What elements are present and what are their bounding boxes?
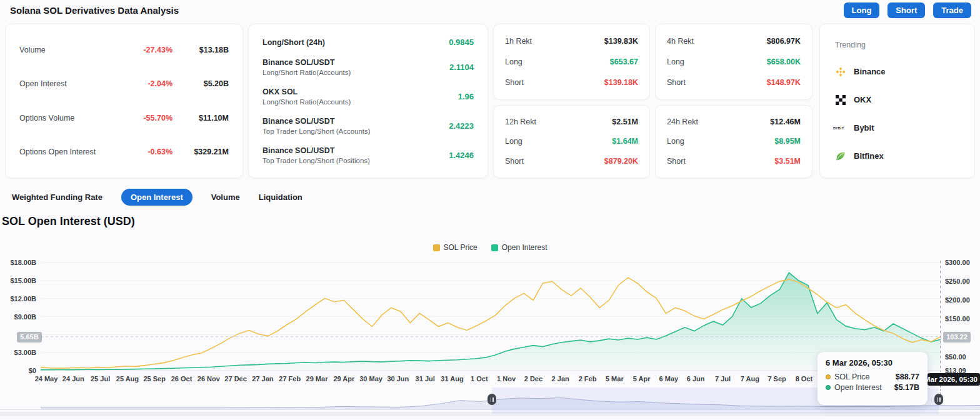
long-short-ratio-card: Long/Short (24h)0.9845Binance SOL/USDTLo… — [248, 24, 488, 178]
ratio-subtitle: Top Trader Long/Short (Accounts) — [262, 128, 449, 135]
trending-item-bitfinex[interactable]: Bitfinex — [835, 151, 959, 162]
ratio-titles: Long/Short (24h) — [262, 38, 449, 47]
rekt-short-value: $3.51M — [774, 157, 801, 166]
exchange-name: Binance — [854, 67, 886, 76]
ratio-titles: Binance SOL/USDTTop Trader Long/Short (P… — [262, 146, 449, 164]
stats-card: Volume-27.43%$13.18BOpen Interest-2.04%$… — [5, 24, 243, 178]
x-axis-tick: 6 May — [659, 375, 679, 382]
ratio-title: OKX SOL — [262, 88, 458, 96]
x-axis-tick: 25 Sep — [143, 375, 165, 382]
x-axis-tick: 1 Nov — [497, 375, 516, 382]
stat-label: Options Volume — [19, 114, 124, 122]
ratio-title: Long/Short (24h) — [262, 38, 449, 47]
legend-item-open-interest[interactable]: Open Interest — [491, 243, 548, 252]
sol-price-dot-icon — [826, 374, 831, 379]
x-axis-tick: 27 Jan — [252, 375, 273, 382]
tab-open-interest[interactable]: Open Interest — [121, 189, 192, 206]
tab-liquidation[interactable]: Liquidation — [259, 189, 302, 206]
rekt-title: 4h Rekt — [667, 37, 694, 46]
x-axis-tick: 7 Aug — [741, 375, 759, 382]
ratio-title: Binance SOL/USDT — [262, 117, 449, 126]
page-title: Solana SOL Derivatives Data Analysis — [10, 5, 179, 16]
chart-section-title: SOL Open Interest (USD) — [2, 215, 135, 228]
ratio-subtitle: Long/Short Ratio(Accounts) — [262, 69, 449, 76]
left-axis-tick: $15.00B — [0, 277, 36, 284]
rekt-title-row: 1h Rekt$139.83K — [505, 37, 638, 46]
ratio-value: 1.4246 — [449, 151, 474, 160]
rekt-title-row: 12h Rekt$2.51M — [505, 118, 638, 126]
tab-weighted-funding-rate[interactable]: Weighted Funding Rate — [12, 189, 102, 206]
rekt-title: 12h Rekt — [505, 118, 536, 126]
ratio-row: Binance SOL/USDTTop Trader Long/Short (P… — [262, 146, 474, 164]
stat-value: $329.21M — [172, 148, 229, 156]
stat-label: Volume — [19, 46, 124, 54]
short-button[interactable]: Short — [888, 2, 925, 18]
tab-volume[interactable]: Volume — [211, 189, 240, 206]
24h-rekt-card: 24h Rekt$12.46MLong$8.95MShort$3.51M — [655, 105, 812, 178]
x-axis-tick: 30 Jun — [387, 375, 409, 382]
ratio-titles: Binance SOL/USDTLong/Short Ratio(Account… — [262, 58, 449, 76]
rekt-long-label: Long — [667, 137, 684, 146]
trending-card: Trending BinanceOKXBYBITBybitBitfinex — [819, 24, 975, 178]
main-chart[interactable] — [41, 258, 941, 372]
navigator-selection[interactable] — [492, 388, 939, 414]
legend-label: Open Interest — [502, 243, 548, 252]
stat-label: Open Interest — [19, 79, 124, 88]
rekt-long-value: $8.95M — [774, 137, 801, 146]
rekt-long-row: Long$653.67 — [505, 58, 638, 66]
rekt-total: $12.46M — [770, 118, 801, 126]
x-axis-tick: 5 Apr — [633, 375, 651, 382]
trending-item-bybit[interactable]: BYBITBybit — [835, 122, 959, 134]
stat-value: $13.18B — [172, 46, 229, 54]
rekt-long-value: $658.00K — [767, 58, 801, 66]
legend-item-sol-price[interactable]: SOL Price — [433, 243, 478, 252]
tooltip-price-value: $88.77 — [896, 372, 919, 381]
x-axis-tick: 27 Dec — [224, 375, 246, 382]
left-axis-tick: $12.00B — [0, 295, 36, 302]
legend-swatch-icon — [491, 244, 498, 251]
long-button[interactable]: Long — [844, 2, 880, 18]
navigator-right-handle[interactable] — [934, 394, 943, 405]
rekt-short-label: Short — [667, 157, 686, 166]
stat-row: Volume-27.43%$13.18B — [19, 46, 229, 54]
rekt-long-label: Long — [667, 58, 684, 66]
ratio-row: Binance SOL/USDTTop Trader Long/Short (A… — [262, 117, 474, 135]
current-oi-badge: 5.65B — [17, 332, 42, 342]
x-axis-tick: 25 Jul — [91, 375, 110, 382]
navigator-left-handle[interactable] — [488, 394, 496, 405]
rekt-long-label: Long — [505, 137, 522, 146]
trending-title: Trending — [835, 41, 959, 49]
trending-item-binance[interactable]: Binance — [835, 66, 959, 78]
rekt-total: $139.83K — [604, 37, 638, 46]
ratio-subtitle: Top Trader Long/Short (Positions) — [262, 157, 449, 164]
stat-change: -0.63% — [124, 148, 172, 156]
rekt-short-row: Short$148.97K — [667, 78, 801, 87]
1h-rekt-card: 1h Rekt$139.83KLong$653.67Short$139.18K — [493, 24, 650, 100]
x-axis-tick: 30 May — [359, 375, 382, 382]
trending-item-okx[interactable]: OKX — [835, 94, 959, 106]
x-axis-tick: 5 Mar — [606, 375, 624, 382]
stat-value: $5.20B — [172, 79, 229, 88]
x-axis-tick: 7 Jul — [715, 375, 731, 382]
ratio-title: Binance SOL/USDT — [262, 146, 449, 155]
legend-swatch-icon — [433, 244, 440, 251]
ratio-value: 1.96 — [458, 92, 474, 101]
rekt-title: 24h Rekt — [667, 118, 698, 126]
left-axis-tick: $18.00B — [0, 259, 36, 266]
ratio-value: 2.1104 — [449, 62, 474, 72]
tooltip-price-label: SOL Price — [834, 372, 870, 381]
x-axis-tick: 29 Mar — [306, 375, 328, 382]
rekt-title: 1h Rekt — [505, 37, 532, 46]
ratio-row: OKX SOLLong/Short Ratio(Accounts)1.96 — [262, 88, 474, 106]
stat-change: -27.43% — [124, 46, 172, 54]
tooltip-row-price: SOL Price $88.77 — [826, 372, 919, 381]
trade-button[interactable]: Trade — [933, 2, 971, 18]
rekt-total: $2.51M — [612, 118, 638, 126]
ratio-value: 0.9845 — [449, 38, 474, 47]
stat-change: -55.70% — [124, 114, 172, 122]
rekt-short-row: Short$879.20K — [505, 157, 638, 166]
ratio-value: 2.4223 — [449, 121, 474, 131]
x-axis-tick: 1 Oct — [471, 375, 488, 382]
exchange-name: Bybit — [854, 123, 874, 132]
binance-icon — [835, 66, 846, 78]
